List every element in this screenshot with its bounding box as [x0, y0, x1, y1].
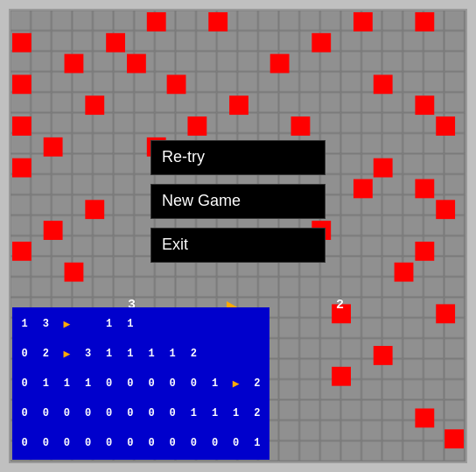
svg-rect-27 — [354, 180, 373, 199]
svg-rect-30 — [436, 200, 455, 219]
svg-rect-43 — [415, 408, 434, 427]
svg-rect-20 — [187, 116, 206, 136]
svg-rect-44 — [444, 429, 464, 448]
svg-rect-26 — [374, 159, 393, 178]
menu-panel: Re-try New Game Exit — [150, 140, 326, 263]
svg-rect-7 — [12, 33, 32, 53]
svg-rect-12 — [270, 54, 290, 74]
svg-rect-37 — [395, 263, 414, 282]
svg-rect-33 — [12, 242, 32, 261]
svg-rect-3 — [147, 12, 166, 32]
svg-rect-14 — [167, 74, 186, 94]
svg-rect-40 — [436, 304, 455, 323]
new-game-button[interactable]: New Game — [150, 184, 326, 219]
svg-rect-10 — [65, 54, 84, 74]
svg-rect-36 — [65, 263, 84, 282]
svg-rect-11 — [127, 54, 146, 74]
game-container: 3 2 1 3 ▶ 1 1 0 2 ▶ 3 1 1 1 1 — [9, 9, 467, 463]
retry-button[interactable]: Re-try — [150, 140, 326, 175]
board-number-2-top: 2 — [336, 298, 344, 313]
svg-rect-8 — [106, 33, 125, 53]
svg-rect-9 — [312, 33, 331, 53]
svg-rect-6 — [415, 12, 434, 32]
svg-rect-16 — [85, 95, 104, 115]
svg-rect-4 — [208, 12, 228, 32]
svg-rect-29 — [85, 200, 104, 219]
svg-rect-13 — [12, 74, 32, 94]
svg-rect-21 — [291, 116, 311, 136]
svg-rect-41 — [374, 346, 393, 365]
svg-rect-28 — [415, 180, 434, 199]
exit-button[interactable]: Exit — [150, 228, 326, 263]
revealed-grid: 1 3 ▶ 1 1 0 2 ▶ 3 1 1 1 1 2 0 — [12, 307, 270, 460]
svg-rect-19 — [12, 116, 32, 136]
svg-rect-18 — [415, 95, 434, 115]
svg-rect-17 — [229, 95, 248, 115]
svg-rect-22 — [436, 116, 455, 136]
svg-rect-25 — [12, 159, 32, 178]
svg-rect-42 — [332, 367, 351, 386]
svg-rect-31 — [44, 221, 63, 240]
svg-rect-23 — [44, 137, 63, 157]
svg-rect-35 — [415, 242, 434, 261]
svg-rect-15 — [374, 74, 393, 94]
svg-rect-5 — [354, 12, 373, 32]
